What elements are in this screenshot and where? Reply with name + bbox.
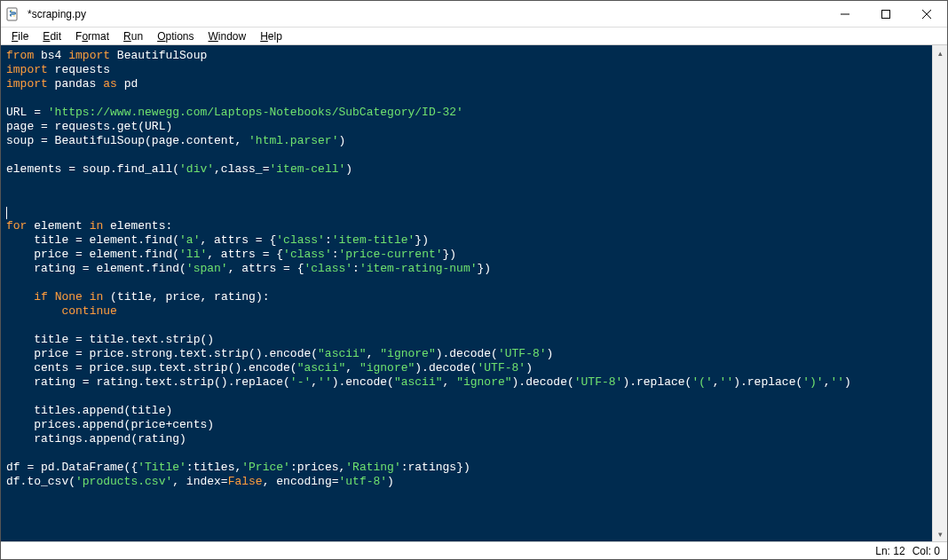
menu-options[interactable]: Options — [152, 29, 199, 43]
menu-edit[interactable]: Edit — [37, 29, 67, 43]
status-col: Col: 0 — [912, 545, 940, 557]
menubar: File Edit Format Run Options Window Help — [1, 28, 947, 45]
menu-run[interactable]: Run — [118, 29, 148, 43]
scroll-up-icon[interactable]: ▴ — [933, 45, 948, 60]
menu-help[interactable]: Help — [255, 29, 288, 43]
statusbar: Ln: 12 Col: 0 — [1, 541, 947, 559]
minimize-button[interactable] — [825, 1, 865, 28]
menu-window[interactable]: Window — [203, 29, 252, 43]
text-cursor — [6, 207, 7, 219]
menu-file[interactable]: File — [6, 29, 34, 43]
svg-rect-4 — [882, 10, 890, 18]
idle-window: *scraping.py File Edit Format Run Option… — [0, 0, 948, 560]
editor-area: from bs4 import BeautifulSoup import req… — [1, 45, 947, 541]
status-line: Ln: 12 — [875, 545, 905, 557]
scroll-down-icon[interactable]: ▾ — [933, 526, 948, 541]
close-button[interactable] — [906, 1, 947, 28]
menu-format[interactable]: Format — [70, 29, 115, 43]
maximize-button[interactable] — [865, 1, 906, 28]
svg-point-1 — [11, 10, 12, 12]
vertical-scrollbar[interactable]: ▴ ▾ — [932, 45, 947, 541]
svg-point-2 — [13, 15, 15, 17]
titlebar[interactable]: *scraping.py — [1, 1, 947, 28]
code-editor[interactable]: from bs4 import BeautifulSoup import req… — [1, 45, 932, 541]
window-title: *scraping.py — [26, 8, 86, 20]
python-file-icon — [6, 7, 20, 21]
